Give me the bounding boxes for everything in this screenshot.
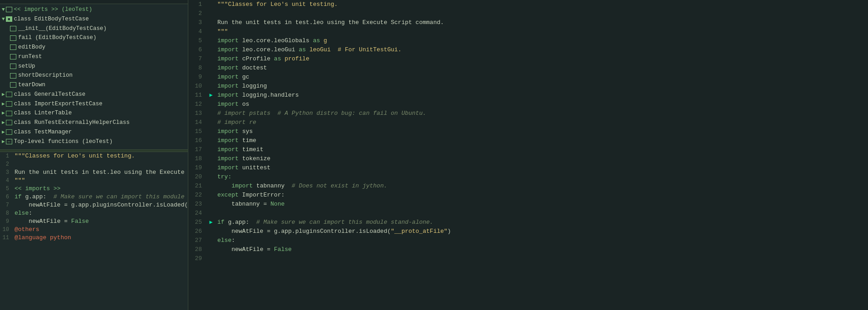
body-line: 8else: <box>0 209 188 217</box>
line-content: if g.app: # Make sure we can import this… <box>13 193 188 201</box>
right-line-content: """Classes for Leo's unit testing. <box>216 0 868 9</box>
right-line-number: 11 <box>188 91 206 100</box>
right-line-content: except ImportError: <box>216 191 868 200</box>
right-line: 27else: <box>188 236 868 245</box>
tree-item-label: fail (EditBodyTestCase) <box>18 34 97 42</box>
line-content: else: <box>13 209 188 217</box>
tree-item[interactable]: ▶class LinterTable <box>0 108 188 118</box>
right-line-content: import unittest <box>216 163 868 172</box>
node-icon <box>6 7 12 12</box>
tree-item-label: class GeneralTestCase <box>14 90 86 99</box>
right-line-number: 28 <box>188 245 206 254</box>
right-line-content: # import pstats # A Python distro bug: c… <box>216 109 868 118</box>
tree-item[interactable]: ▶class ImportExportTestCase <box>0 99 188 109</box>
body-line: 3Run the unit tests in test.leo using th… <box>0 168 188 177</box>
right-code-area[interactable]: 1"""Classes for Leo's unit testing.23Run… <box>188 0 868 310</box>
node-icon <box>10 54 16 59</box>
line-content: Run the unit tests in test.leo using the… <box>13 168 188 177</box>
right-line-number: 10 <box>188 82 206 91</box>
right-line-number: 26 <box>188 227 206 236</box>
right-line-content: import logging <box>216 82 868 91</box>
expand-arrow[interactable]: ▶ <box>2 138 5 146</box>
right-line-content: import os <box>216 100 868 109</box>
tree-item[interactable]: setUp <box>0 62 188 71</box>
right-line-number: 16 <box>188 136 206 145</box>
node-icon <box>6 92 12 97</box>
tree-item-label: Top-level functions (leoTest) <box>14 138 113 146</box>
line-content: << imports >> <box>13 185 188 193</box>
expand-arrow[interactable]: ▶ <box>2 119 5 127</box>
expand-arrow[interactable]: ▶ <box>2 109 5 117</box>
right-line: 6import leo.core.leoGui as leoGui # For … <box>188 45 868 54</box>
file-header <box>0 0 188 4</box>
tree-item[interactable]: ▶class GeneralTestCase <box>0 90 188 99</box>
line-number: 11 <box>0 234 13 242</box>
right-line: 15import sys <box>188 127 868 136</box>
tree-item-label: setUp <box>18 62 35 71</box>
right-line-number: 2 <box>188 9 206 18</box>
right-line-number: 8 <box>188 64 206 73</box>
right-line-content: import timeit <box>216 145 868 154</box>
right-line-number: 13 <box>188 109 206 118</box>
body-code: 1"""Classes for Leo's unit testing.23Run… <box>0 152 188 242</box>
expand-arrow[interactable]: ▼ <box>2 6 5 14</box>
expand-arrow[interactable]: ▼ <box>2 15 5 23</box>
tree-item[interactable]: ▶class RunTestExternallyHelperClass <box>0 118 188 128</box>
line-number: 7 <box>0 201 13 209</box>
line-number: 3 <box>0 168 13 177</box>
node-icon: — <box>6 139 12 144</box>
right-line-content: import sys <box>216 127 868 136</box>
right-line: 23 tabnanny = None <box>188 200 868 209</box>
tree-item[interactable]: runTest <box>0 52 188 62</box>
right-line-content: import leo.core.leoGui as leoGui # For U… <box>216 45 868 54</box>
line-number: 1 <box>0 152 13 160</box>
tree-item[interactable]: tearDown <box>0 80 188 90</box>
tree-item[interactable]: ▼■class EditBodyTestCase <box>0 15 188 24</box>
tree-item[interactable]: editBody <box>0 43 188 52</box>
right-line: 20try: <box>188 172 868 182</box>
tree-item-label: << imports >> (leoTest) <box>14 5 93 14</box>
right-line: 21 import tabnanny # Does not exist in j… <box>188 182 868 191</box>
tree-item-label: class LinterTable <box>14 109 72 118</box>
tree-item[interactable]: ▼<< imports >> (leoTest) <box>0 5 188 15</box>
tree-item[interactable]: shortDescription <box>0 71 188 80</box>
right-line-content: import gc <box>216 73 868 82</box>
right-line-content: import tokenize <box>216 154 868 163</box>
right-line-number: 24 <box>188 209 206 218</box>
body-pane[interactable]: 1"""Classes for Leo's unit testing.23Run… <box>0 152 188 310</box>
right-line: 17import timeit <box>188 145 868 154</box>
right-code-lines: 1"""Classes for Leo's unit testing.23Run… <box>188 0 868 263</box>
right-line: 28 newAtFile = False <box>188 245 868 254</box>
right-line-content: import time <box>216 136 868 145</box>
right-line: 25▶if g.app: # Make sure we can import t… <box>188 218 868 227</box>
line-content: @others <box>13 226 188 234</box>
right-line-number: 12 <box>188 100 206 109</box>
right-line-arrow-indicator: ▶ <box>206 218 216 227</box>
tree-item-label: class ImportExportTestCase <box>14 100 103 108</box>
right-line-number: 22 <box>188 191 206 200</box>
node-icon <box>6 101 12 107</box>
right-line: 29 <box>188 254 868 263</box>
node-icon <box>10 44 16 50</box>
line-number: 6 <box>0 193 13 201</box>
tree-pane[interactable]: ▼<< imports >> (leoTest)▼■class EditBody… <box>0 4 188 149</box>
expand-arrow[interactable]: ▶ <box>2 91 5 98</box>
right-line: 11▶import logging.handlers <box>188 91 868 100</box>
node-icon <box>10 73 16 79</box>
expand-arrow[interactable]: ▶ <box>2 128 5 136</box>
tree-item[interactable]: ▶—Top-level functions (leoTest) <box>0 137 188 147</box>
tree-item[interactable]: __init__(EditBodyTestCase) <box>0 24 188 34</box>
tree-item[interactable]: ▶class TestManager <box>0 128 188 137</box>
body-line: 2 <box>0 160 188 168</box>
right-line-number: 19 <box>188 163 206 172</box>
expand-arrow[interactable]: ▶ <box>2 100 5 108</box>
right-line-content: import doctest <box>216 64 868 73</box>
node-icon <box>6 120 12 125</box>
tree-item-label: class TestManager <box>14 128 72 137</box>
node-icon <box>6 111 12 116</box>
line-content: """ <box>13 177 188 185</box>
right-line-content: import cProfile as profile <box>216 54 868 64</box>
tree-item-label: shortDescription <box>18 71 73 80</box>
right-line-number: 23 <box>188 200 206 209</box>
tree-item[interactable]: fail (EditBodyTestCase) <box>0 33 188 43</box>
